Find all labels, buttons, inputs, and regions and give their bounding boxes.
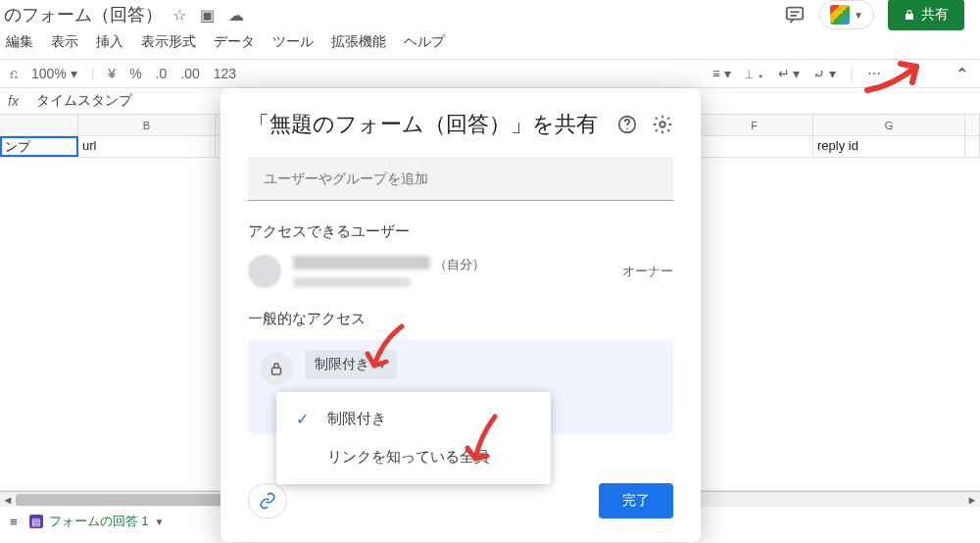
access-dropdown[interactable]: 制限付き ▼ (305, 350, 397, 379)
section-general-label: 一般的なアクセス (248, 310, 673, 328)
add-people-input[interactable] (248, 157, 673, 201)
chevron-down-icon: ▼ (377, 360, 387, 370)
user-email-blurred (293, 277, 411, 287)
user-name-blurred (293, 256, 430, 270)
svg-rect-6 (272, 368, 281, 374)
user-role: オーナー (622, 263, 673, 280)
dropdown-option-anyone-link[interactable]: リンクを知っている全員 (276, 438, 551, 476)
check-icon: ✓ (296, 410, 314, 428)
section-users-label: アクセスできるユーザー (248, 222, 673, 241)
svg-point-4 (626, 128, 628, 130)
access-dropdown-label: 制限付き (315, 356, 369, 373)
done-button[interactable]: 完了 (599, 483, 673, 518)
access-dropdown-menu: ✓ 制限付き リンクを知っている全員 (276, 392, 551, 484)
copy-link-button[interactable] (248, 483, 287, 518)
dropdown-option-label: 制限付き (327, 410, 386, 428)
dropdown-option-label: リンクを知っている全員 (327, 448, 489, 467)
annotation-arrow-3 (862, 59, 931, 98)
dialog-title: 「無題のフォーム（回答）」を共有 (248, 110, 603, 139)
user-self-label: （自分） (434, 256, 485, 273)
help-icon[interactable] (616, 114, 638, 135)
gear-icon[interactable] (652, 114, 673, 135)
dropdown-option-restricted[interactable]: ✓ 制限付き (276, 400, 551, 438)
lock-circle-icon (260, 352, 293, 385)
svg-point-5 (660, 122, 665, 127)
avatar (248, 255, 281, 288)
user-row: （自分） オーナー (248, 255, 673, 288)
